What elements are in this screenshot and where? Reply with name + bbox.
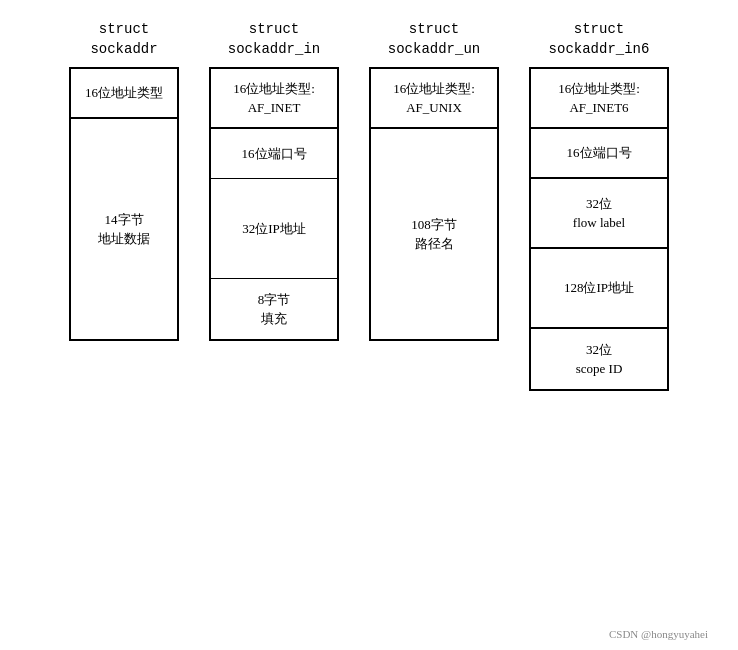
- struct-sockaddr: struct sockaddr16位地址类型14字节 地址数据: [69, 20, 179, 341]
- struct-title-sockaddr_in6: struct sockaddr_in6: [549, 20, 650, 59]
- cell-sockaddr_un-1: 108字节 路径名: [371, 129, 497, 339]
- struct-box-sockaddr_in6: 16位地址类型: AF_INET616位端口号32位 flow label128…: [529, 67, 669, 391]
- struct-sockaddr_in: struct sockaddr_in16位地址类型: AF_INET16位端口号…: [209, 20, 339, 341]
- cell-sockaddr_in-0: 16位地址类型: AF_INET: [211, 69, 337, 129]
- cell-sockaddr_in6-0: 16位地址类型: AF_INET6: [531, 69, 667, 129]
- struct-title-sockaddr: struct sockaddr: [90, 20, 157, 59]
- struct-box-sockaddr_un: 16位地址类型: AF_UNIX108字节 路径名: [369, 67, 499, 341]
- footer-credit: CSDN @hongyuyahei: [10, 618, 728, 640]
- struct-sockaddr_un: struct sockaddr_un16位地址类型: AF_UNIX108字节 …: [369, 20, 499, 341]
- struct-box-sockaddr_in: 16位地址类型: AF_INET16位端口号32位IP地址8字节 填充: [209, 67, 339, 341]
- cell-sockaddr_in6-1: 16位端口号: [531, 129, 667, 179]
- cell-sockaddr_in-1: 16位端口号: [211, 129, 337, 179]
- struct-title-sockaddr_un: struct sockaddr_un: [388, 20, 480, 59]
- struct-title-sockaddr_in: struct sockaddr_in: [228, 20, 320, 59]
- cell-sockaddr_un-0: 16位地址类型: AF_UNIX: [371, 69, 497, 129]
- cell-sockaddr_in6-4: 32位 scope ID: [531, 329, 667, 389]
- cell-sockaddr-1: 14字节 地址数据: [71, 119, 177, 339]
- cell-sockaddr_in-2: 32位IP地址: [211, 179, 337, 279]
- cell-sockaddr_in6-2: 32位 flow label: [531, 179, 667, 249]
- cell-sockaddr_in6-3: 128位IP地址: [531, 249, 667, 329]
- cell-sockaddr_in-3: 8字节 填充: [211, 279, 337, 339]
- struct-sockaddr_in6: struct sockaddr_in616位地址类型: AF_INET616位端…: [529, 20, 669, 391]
- cell-sockaddr-0: 16位地址类型: [71, 69, 177, 119]
- struct-box-sockaddr: 16位地址类型14字节 地址数据: [69, 67, 179, 341]
- diagram-container: struct sockaddr16位地址类型14字节 地址数据struct so…: [10, 20, 728, 391]
